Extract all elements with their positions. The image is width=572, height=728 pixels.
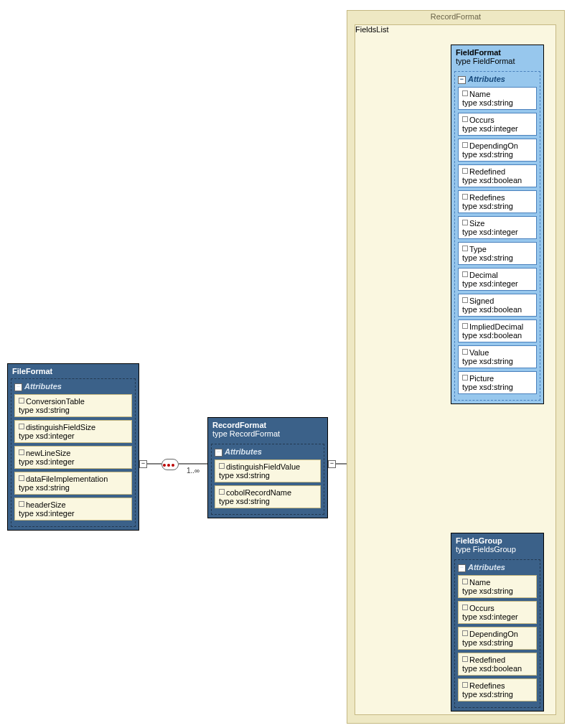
fieldsgroup-box: FieldsGroup type FieldsGroup −Attributes… — [451, 533, 544, 711]
attr-cobolrecordname: cobolRecordNametype xsd:string — [215, 485, 321, 508]
fieldformat-attributes-header[interactable]: −Attributes — [458, 75, 537, 84]
fileformat-box: FileFormat −Attributes ConversionTablety… — [7, 363, 139, 531]
attr-newlinesize: newLineSizetype xsd:integer — [14, 446, 132, 469]
ff-attr-redefines: Redefinestype xsd:string — [458, 190, 537, 213]
fieldformat-title: FieldFormat — [451, 45, 543, 57]
recordformat-box: RecordFormat type RecordFormat −Attribut… — [207, 417, 328, 518]
attr-distinguishfieldsize: distinguishFieldSizetype xsd:integer — [14, 420, 132, 443]
fieldsgroup-type: type FieldsGroup — [451, 545, 543, 556]
attr-conversiontable: ConversionTabletype xsd:string — [14, 394, 132, 417]
fileformat-collapse[interactable]: − — [139, 460, 147, 468]
fg-attr-name: Nametype xsd:string — [458, 575, 537, 598]
fieldsgroup-attributes-header[interactable]: −Attributes — [458, 563, 537, 572]
ff-attr-value: Valuetype xsd:string — [458, 345, 537, 368]
fieldsgroup-title: FieldsGroup — [451, 533, 543, 545]
ff-attr-picture: Picturetype xsd:string — [458, 371, 537, 394]
ff-attr-implieddecimal: ImpliedDecimaltype xsd:boolean — [458, 319, 537, 342]
ff-attr-name: Nametype xsd:string — [458, 87, 537, 110]
ff-attr-decimal: Decimaltype xsd:integer — [458, 268, 537, 291]
ff-attr-type: Typetype xsd:string — [458, 242, 537, 265]
ff-attr-signed: Signedtype xsd:boolean — [458, 294, 537, 317]
recordformat-container-label: RecordFormat — [347, 11, 564, 22]
fileformat-title: FileFormat — [8, 364, 139, 375]
cardinality-1: 1..∞ — [187, 467, 200, 475]
ff-attr-size: Sizetype xsd:integer — [458, 216, 537, 239]
fieldformat-box: FieldFormat type FieldFormat −Attributes… — [451, 45, 544, 404]
recordformat-title: RecordFormat — [208, 418, 327, 429]
ff-attr-dependingon: DependingOntype xsd:string — [458, 139, 537, 162]
fg-attr-occurs: Occurstype xsd:integer — [458, 601, 537, 624]
fieldslist-label: FieldsList — [355, 25, 555, 34]
sequence-connector-1 — [161, 459, 179, 470]
attr-datafileimplementation: dataFileImplementationtype xsd:string — [14, 472, 132, 495]
recordformat-collapse[interactable]: − — [328, 460, 336, 468]
attr-distinguishfieldvalue: distinguishFieldValuetype xsd:string — [215, 459, 321, 482]
fg-attr-dependingon: DependingOntype xsd:string — [458, 627, 537, 650]
ff-attr-redefined: Redefinedtype xsd:boolean — [458, 164, 537, 187]
recordformat-type: type RecordFormat — [208, 429, 327, 441]
fg-attr-redefined: Redefinedtype xsd:boolean — [458, 653, 537, 676]
attr-headersize: headerSizetype xsd:integer — [14, 498, 132, 521]
ff-attr-occurs: Occurstype xsd:integer — [458, 113, 537, 136]
fg-attr-redefines: Redefinestype xsd:string — [458, 678, 537, 701]
recordformat-attributes-header[interactable]: −Attributes — [215, 447, 321, 457]
fileformat-attributes-header[interactable]: −Attributes — [14, 382, 132, 391]
fieldformat-type: type FieldFormat — [451, 57, 543, 68]
